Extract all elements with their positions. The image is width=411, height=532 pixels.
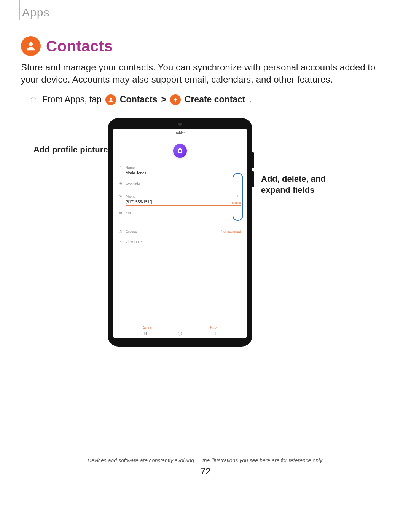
phone-input[interactable]: (817) 555-1510 Mobile xyxy=(126,200,241,206)
briefcase-icon xyxy=(119,182,123,186)
callout-right-line2: expand fields xyxy=(261,185,315,195)
svg-point-4 xyxy=(120,166,121,167)
page-section-header: Apps xyxy=(19,0,49,19)
instruction-step: From Apps, tap Contacts > Create contact… xyxy=(21,94,390,105)
contacts-icon xyxy=(105,94,116,105)
phone-value: (817) 555-1510 xyxy=(126,200,151,204)
storage-location-label[interactable]: Tablet xyxy=(113,129,247,135)
email-icon xyxy=(119,211,123,215)
contacts-app-icon xyxy=(21,36,41,56)
work-info-field[interactable]: Work info xyxy=(119,182,241,186)
work-info-label: Work info xyxy=(126,182,140,186)
email-label: Email xyxy=(126,211,134,215)
groups-label: Groups xyxy=(126,230,137,233)
phone-type-selector[interactable]: Mobile xyxy=(232,201,241,204)
nav-home-icon[interactable]: ◯ xyxy=(178,331,182,337)
svg-rect-7 xyxy=(119,212,122,214)
step-period: . xyxy=(249,94,252,105)
callout-add-delete-expand: Add, delete, and expand fields xyxy=(261,174,326,195)
step-text-prefix: From Apps, tap xyxy=(42,94,102,105)
step-contacts-label: Contacts xyxy=(120,94,157,105)
camera-icon xyxy=(178,149,182,153)
add-icon xyxy=(170,94,181,105)
nav-recent-icon[interactable]: III xyxy=(143,331,147,337)
email-field[interactable]: Email xyxy=(119,211,241,222)
groups-field[interactable]: Groups Not assigned xyxy=(119,230,241,234)
svg-point-8 xyxy=(120,230,121,231)
tablet-camera-icon xyxy=(178,123,182,126)
footer-disclaimer: Devices and software are constantly evol… xyxy=(0,457,411,463)
tablet-side-button xyxy=(252,171,254,187)
groups-icon xyxy=(119,230,123,234)
name-label: Name xyxy=(126,166,135,169)
view-more-label: View more xyxy=(126,240,142,244)
chevron-down-icon xyxy=(119,240,123,244)
svg-rect-6 xyxy=(120,182,121,183)
save-button[interactable]: Save xyxy=(210,326,219,330)
section-intro: Store and manage your contacts. You can … xyxy=(21,61,390,86)
step-bullet-icon xyxy=(31,97,36,102)
svg-point-0 xyxy=(29,42,33,46)
phone-icon xyxy=(119,194,123,198)
svg-point-1 xyxy=(110,97,112,99)
page-number: 72 xyxy=(0,466,411,477)
callout-right-line1: Add, delete, and xyxy=(261,174,326,184)
email-input[interactable] xyxy=(126,217,241,222)
person-icon xyxy=(119,165,123,169)
svg-rect-5 xyxy=(120,183,122,184)
step-create-label: Create contact xyxy=(185,94,245,105)
callout-add-profile-picture: Add profile picture xyxy=(33,145,108,155)
view-more-button[interactable]: View more xyxy=(119,240,241,244)
phone-field[interactable]: Phone (817) 555-1510 Mobile xyxy=(119,194,241,206)
cancel-button[interactable]: Cancel xyxy=(142,326,153,330)
tablet-side-button xyxy=(252,152,254,168)
svg-point-9 xyxy=(121,230,122,231)
name-field[interactable]: Name Maria Jones xyxy=(119,165,241,176)
add-profile-picture-button[interactable] xyxy=(173,144,187,158)
section-title: Contacts xyxy=(46,38,113,55)
tablet-screen: Tablet ⌄ + − Name Maria Jones xyxy=(113,129,247,338)
name-input[interactable]: Maria Jones xyxy=(126,171,241,176)
text-cursor-icon xyxy=(151,200,152,204)
groups-value[interactable]: Not assigned xyxy=(221,230,241,233)
tablet-device-frame: Tablet ⌄ + − Name Maria Jones xyxy=(108,118,252,347)
nav-back-icon[interactable]: 〈 xyxy=(213,331,217,337)
step-separator: > xyxy=(161,94,166,105)
phone-label: Phone xyxy=(126,195,135,198)
